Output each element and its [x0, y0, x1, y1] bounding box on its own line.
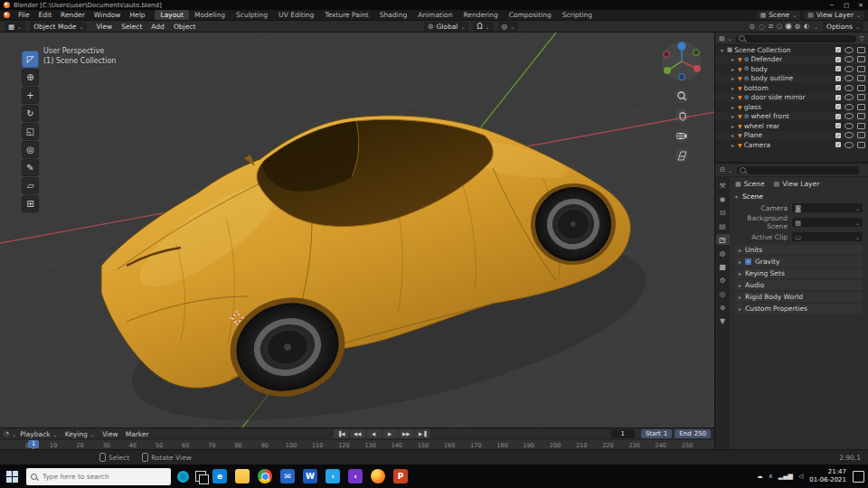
- section-units[interactable]: ▸Units: [735, 245, 863, 255]
- transform-tool[interactable]: ◎: [22, 141, 39, 158]
- outliner-item[interactable]: ▸▼bottom✓: [715, 83, 868, 93]
- workspace-tab-layout[interactable]: Layout: [155, 10, 189, 20]
- options-button[interactable]: Options ⌄: [823, 22, 863, 32]
- breadcrumb-view-layer[interactable]: ▤ View Layer: [774, 180, 820, 188]
- expand-icon[interactable]: ▸: [731, 75, 738, 81]
- tab-object-data-icon[interactable]: ▼: [716, 315, 730, 326]
- properties-editor-icon[interactable]: ⊟: [720, 166, 725, 174]
- outliner-item[interactable]: ▸▼Camera✓: [715, 140, 868, 150]
- maximize-button[interactable]: □: [839, 2, 854, 9]
- prev-keyframe-button[interactable]: ◀◀: [350, 429, 365, 438]
- workspace-tab-shading[interactable]: Shading: [374, 10, 412, 20]
- render-visibility-icon[interactable]: [857, 56, 865, 62]
- scene-section-header[interactable]: ▾ Scene: [735, 192, 863, 201]
- editor-type-button[interactable]: ▦ ⌄: [5, 22, 25, 32]
- render-visibility-icon[interactable]: [857, 104, 865, 110]
- section-audio[interactable]: ▸Audio: [735, 280, 863, 290]
- taskbar-app-vscode[interactable]: ‹: [326, 469, 340, 483]
- outliner-search[interactable]: [736, 35, 856, 42]
- expand-icon[interactable]: ▸: [731, 123, 738, 129]
- taskbar-app-chrome[interactable]: [258, 469, 272, 483]
- menu-render[interactable]: Render: [56, 11, 90, 19]
- checkbox-icon[interactable]: ✓: [835, 104, 841, 109]
- eye-icon[interactable]: [844, 66, 854, 72]
- jump-start-button[interactable]: ▐◀: [334, 429, 349, 438]
- taskbar-app-mail[interactable]: ✉: [280, 469, 295, 483]
- workspace-tab-compositing[interactable]: Compositing: [504, 10, 557, 20]
- timeline-menu-keying[interactable]: Keying⌄: [61, 430, 99, 438]
- workspace-tab-sculpting[interactable]: Sculpting: [231, 10, 273, 20]
- viewport-menu-select[interactable]: Select: [117, 23, 146, 31]
- workspace-tab-modeling[interactable]: Modeling: [189, 10, 231, 20]
- taskbar-app-word[interactable]: W: [303, 469, 317, 483]
- next-keyframe-button[interactable]: ▶▶: [399, 429, 414, 438]
- filter-icon[interactable]: ▽: [860, 35, 864, 42]
- collapse-icon[interactable]: ▾: [721, 47, 727, 53]
- render-visibility-icon[interactable]: [857, 75, 865, 81]
- expand-icon[interactable]: ▸: [731, 66, 738, 72]
- render-visibility-icon[interactable]: [857, 132, 865, 138]
- eye-icon[interactable]: [844, 142, 854, 148]
- checkbox-icon[interactable]: ✓: [835, 133, 841, 138]
- tab-tool-icon[interactable]: ⚒: [716, 180, 730, 191]
- navigation-gizmo[interactable]: [660, 40, 703, 83]
- wireframe-shading-icon[interactable]: ○: [776, 23, 783, 30]
- volume-icon[interactable]: ◁: [798, 473, 803, 480]
- scale-tool[interactable]: ◱: [22, 123, 39, 140]
- select-box-tool[interactable]: ◸: [22, 51, 39, 68]
- tab-physics-icon[interactable]: ⊕: [716, 302, 730, 313]
- eye-icon[interactable]: [844, 113, 854, 119]
- camera-field[interactable]: ◙⌄: [792, 203, 863, 212]
- viewport-canvas[interactable]: [0, 33, 714, 427]
- outliner-root-row[interactable]: ▾ ▦ Scene Collection ✓: [715, 45, 868, 55]
- section-custom-properties[interactable]: ▸Custom Properties: [735, 304, 863, 314]
- expand-icon[interactable]: ▸: [731, 104, 738, 110]
- viewport-menu-view[interactable]: View: [91, 23, 117, 31]
- workspace-tab-animation[interactable]: Animation: [412, 10, 458, 20]
- transform-orientation-selector[interactable]: ◍ Global ⌄: [424, 22, 468, 32]
- menu-help[interactable]: Help: [125, 11, 149, 19]
- mode-selector[interactable]: Object Mode ⌄: [30, 22, 87, 32]
- checkbox-icon[interactable]: ✓: [835, 76, 841, 81]
- tab-output-icon[interactable]: ⊟: [716, 207, 730, 218]
- play-reverse-button[interactable]: ◀: [366, 429, 382, 438]
- eye-icon[interactable]: [844, 104, 854, 110]
- outliner-item[interactable]: ▸▼Plane✓: [715, 131, 868, 141]
- outliner-item[interactable]: ▸▼glass✓: [715, 102, 868, 112]
- checkbox-icon[interactable]: ✓: [745, 258, 751, 265]
- taskbar-app-firefox[interactable]: [371, 469, 385, 483]
- taskbar-app-file-explorer[interactable]: [235, 469, 250, 483]
- tab-particles-icon[interactable]: ◎: [716, 288, 730, 299]
- checkbox-icon[interactable]: ✓: [835, 85, 841, 90]
- properties-search[interactable]: [737, 166, 859, 174]
- viewport-menu-object[interactable]: Object: [169, 23, 200, 31]
- timeline-menu-marker[interactable]: Marker: [122, 430, 153, 438]
- timeline-menu-view[interactable]: View: [99, 430, 122, 438]
- eye-icon[interactable]: [844, 94, 854, 100]
- expand-icon[interactable]: ▸: [731, 85, 738, 91]
- measure-tool[interactable]: ▱: [22, 177, 39, 194]
- show-gizmo-toggle[interactable]: ⊙: [749, 23, 755, 31]
- taskbar-clock[interactable]: 21:47 01-06-2021: [809, 468, 846, 484]
- expand-icon[interactable]: ▸: [731, 132, 738, 138]
- eye-icon[interactable]: [844, 56, 854, 62]
- rotate-tool[interactable]: ↻: [22, 105, 39, 122]
- render-visibility-icon[interactable]: [857, 94, 865, 100]
- tab-world-icon[interactable]: ◍: [716, 248, 730, 258]
- eye-icon[interactable]: [844, 75, 854, 81]
- outliner-item[interactable]: ▸▼wheel rear✓: [715, 121, 868, 131]
- checkbox-icon[interactable]: ✓: [835, 142, 841, 147]
- add-cube-tool[interactable]: ⊞: [22, 195, 39, 212]
- taskbar-search[interactable]: [26, 468, 171, 485]
- tab-modifiers-icon[interactable]: ⚙: [716, 275, 730, 286]
- pan-hand-icon[interactable]: [675, 108, 689, 123]
- tab-scene-icon[interactable]: ◳: [716, 234, 730, 245]
- taskbar-app-vscode-insiders[interactable]: ‹: [348, 469, 363, 483]
- timeline-menu-playback[interactable]: Playback⌄: [16, 430, 61, 438]
- 3d-viewport[interactable]: User Perspective (1) Scene Collection ◸⊕…: [0, 33, 714, 427]
- expand-icon[interactable]: ▸: [731, 56, 738, 62]
- render-visibility-icon[interactable]: [857, 113, 865, 119]
- search-input[interactable]: [41, 472, 144, 482]
- menu-edit[interactable]: Edit: [34, 11, 57, 19]
- background-scene-field[interactable]: ▦⌄: [792, 218, 863, 227]
